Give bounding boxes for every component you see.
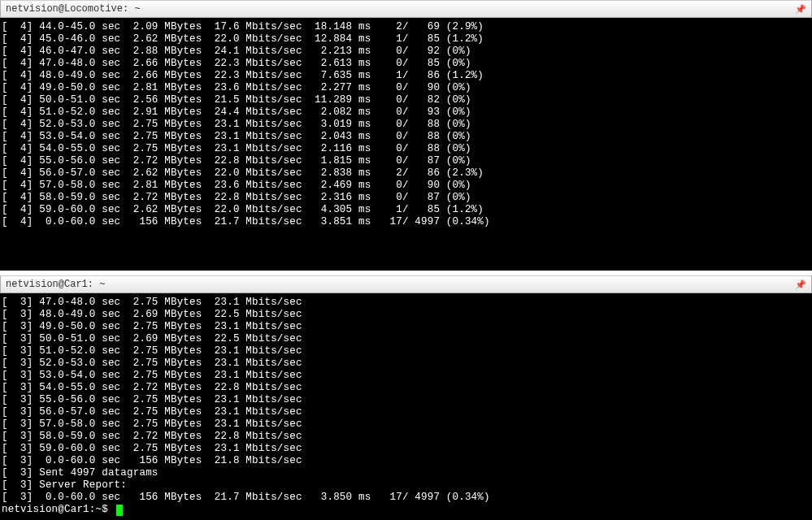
- terminal-output-locomotive[interactable]: [ 4] 44.0-45.0 sec 2.09 MBytes 17.6 Mbit…: [0, 18, 812, 271]
- pin-icon[interactable]: 📌: [795, 4, 806, 15]
- shell-prompt: netvision@Car1:~$: [2, 504, 115, 516]
- pin-icon[interactable]: 📌: [795, 280, 806, 290]
- title-text: netvision@Locomotive: ~: [6, 3, 141, 15]
- terminal-output-car1[interactable]: [ 3] 47.0-48.0 sec 2.75 MBytes 23.1 Mbit…: [0, 293, 812, 518]
- titlebar-car1[interactable]: netvision@Car1: ~ 📌: [0, 275, 812, 293]
- terminal-pane-locomotive: netvision@Locomotive: ~ 📌 [ 4] 44.0-45.0…: [0, 0, 812, 271]
- title-text: netvision@Car1: ~: [6, 279, 105, 290]
- terminal-pane-car1: netvision@Car1: ~ 📌 [ 3] 47.0-48.0 sec 2…: [0, 275, 812, 518]
- cursor: [116, 505, 123, 516]
- titlebar-locomotive[interactable]: netvision@Locomotive: ~ 📌: [0, 0, 812, 18]
